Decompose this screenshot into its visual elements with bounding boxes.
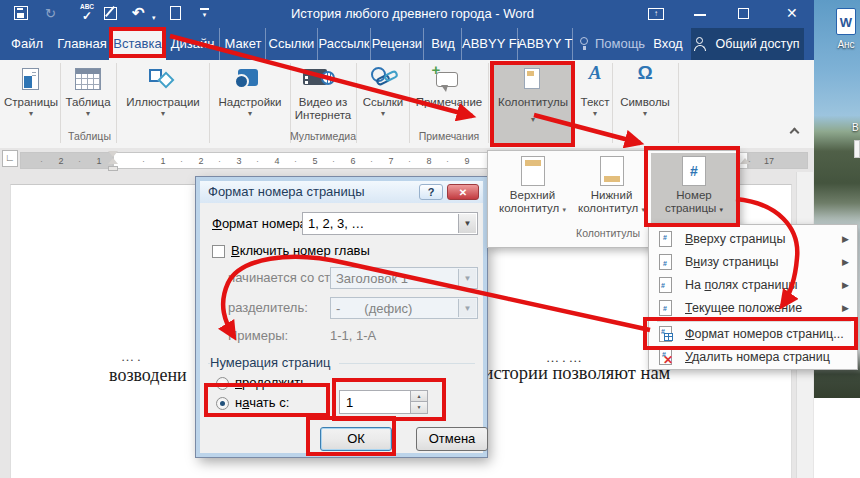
maximize-icon[interactable]: [738, 8, 749, 19]
header-footer-button[interactable]: Колонтитулы▾: [492, 62, 574, 146]
start-at-radio[interactable]: [216, 397, 229, 410]
tab-references[interactable]: Ссылки: [265, 28, 317, 60]
menu-item-page-margins[interactable]: # На полях страницы ▶: [651, 274, 857, 297]
separator-label: разделитель:: [228, 300, 308, 315]
remove-page-numbers-icon: #✕: [659, 349, 672, 365]
menu-item-format-page-numbers[interactable]: # Формат номеров страниц...: [651, 323, 857, 346]
footer-icon: [600, 156, 624, 186]
text-button[interactable]: A Текст▾: [577, 62, 613, 128]
symbols-button[interactable]: Ω Символы▾: [616, 62, 674, 128]
screenshot-root: ↻ ABC ✓ ↶ ▾ ▾ История любого древнего го…: [0, 0, 860, 478]
minimize-icon[interactable]: [694, 14, 706, 16]
links-button[interactable]: Ссылки▾: [359, 62, 407, 128]
page-number-button[interactable]: # Номерстраницы ▾: [651, 153, 737, 227]
menu-separator: [657, 321, 851, 322]
person-shoulders-icon: [694, 45, 706, 51]
document-text-fragment: и истории позволяют нам: [469, 363, 670, 384]
dialog-title-bar[interactable]: Формат номера страницы ? ✕: [200, 181, 483, 203]
ribbon: Страницы▾ Таблица▾ Иллюстрации▾ Надстрой…: [0, 60, 814, 149]
globe-icon: [321, 71, 335, 85]
menu-item-top-of-page[interactable]: # Вверху страницы ▶: [651, 228, 857, 251]
dialog-close-button[interactable]: ✕: [447, 184, 479, 200]
undo-icon[interactable]: ↶: [132, 4, 145, 21]
page-number-margin-icon: #: [659, 277, 672, 293]
submenu-arrow-icon: ▶: [842, 297, 849, 320]
new-document-icon[interactable]: [170, 6, 181, 20]
draft-edit-icon[interactable]: [104, 7, 117, 20]
tab-file[interactable]: Файл: [4, 28, 50, 60]
tab-selector[interactable]: ∟: [2, 150, 18, 167]
number-format-label: Формат номера:: [212, 216, 310, 231]
comment-button[interactable]: + Примечание: [412, 62, 486, 128]
undo-dropdown-icon[interactable]: ▾: [152, 9, 156, 26]
lightbulb-icon: [580, 37, 588, 45]
share-button[interactable]: Общий доступ: [691, 28, 804, 60]
spinner-down-button[interactable]: ▼: [410, 402, 427, 413]
tab-review[interactable]: Рецензи: [370, 28, 423, 60]
start-at-spinner: ▲ ▼: [339, 390, 428, 414]
close-icon[interactable]: ✕: [786, 5, 798, 21]
examples-label: Примеры:: [228, 328, 288, 343]
plus-icon: +: [430, 64, 442, 76]
lightbulb-base-icon: [583, 46, 586, 50]
tab-home[interactable]: Главная: [55, 28, 109, 60]
desktop-icon-label[interactable]: Анс: [832, 39, 860, 50]
tab-insert[interactable]: Вставка: [109, 28, 166, 61]
add-ins-button[interactable]: Надстройки▾: [212, 62, 288, 128]
tab-design[interactable]: Дизайн: [167, 28, 218, 60]
first-line-indent-marker[interactable]: [108, 151, 118, 157]
header-button[interactable]: Верхнийколонтитул ▾: [494, 153, 571, 229]
tab-abbyy-fi[interactable]: ABBYY Fi: [461, 28, 518, 60]
menu-item-current-position[interactable]: # Текущее положение ▶: [651, 297, 857, 320]
tab-mailings[interactable]: Рассылк: [317, 28, 370, 60]
illustrations-button[interactable]: Иллюстрации▾: [119, 62, 207, 128]
table-icon: [75, 68, 101, 90]
repeat-icon[interactable]: ↻: [45, 5, 56, 22]
desktop-icon-label[interactable]: В: [852, 122, 859, 133]
hanging-indent-marker[interactable]: [108, 158, 118, 164]
pages-button[interactable]: Страницы▾: [4, 62, 58, 128]
tab-layout[interactable]: Макет: [219, 28, 266, 60]
include-chapter-checkbox[interactable]: [212, 245, 225, 258]
left-indent-marker[interactable]: [108, 166, 118, 171]
tab-sign-in[interactable]: Вход: [648, 28, 688, 60]
submenu-arrow-icon: ▶: [842, 251, 849, 274]
group-label-tables: Таблицы: [63, 130, 116, 142]
submenu-arrow-icon: ▶: [842, 228, 849, 251]
page-number-icon: #: [682, 156, 706, 186]
title-bar: ↻ ABC ✓ ↶ ▾ ▾ История любого древнего го…: [0, 0, 814, 28]
tab-abbyy-t[interactable]: ABBYY T: [517, 28, 573, 60]
dialog-title: Формат номера страницы: [208, 184, 365, 199]
right-indent-marker[interactable]: [740, 158, 750, 164]
spinner-up-button[interactable]: ▲: [410, 391, 427, 402]
collapse-ribbon-icon[interactable]: [790, 126, 800, 136]
save-icon[interactable]: [14, 6, 28, 20]
continue-radio[interactable]: [216, 377, 229, 390]
menu-item-remove-page-numbers[interactable]: #✕ Удалить номера страниц: [651, 346, 857, 369]
dropdown-arrow-icon[interactable]: ▼: [458, 214, 476, 233]
start-at-input[interactable]: [340, 391, 414, 413]
tab-help[interactable]: Помощь: [576, 28, 648, 60]
word-file-icon[interactable]: W: [836, 8, 856, 35]
document-text-fragment: … .: [121, 349, 141, 365]
ok-button[interactable]: ОК: [320, 427, 392, 451]
table-button[interactable]: Таблица▾: [63, 62, 113, 128]
tab-view[interactable]: Вид: [423, 28, 462, 60]
background-window-fragment: [854, 140, 860, 158]
group-label-multimedia: Мультимедиа: [288, 130, 358, 142]
continue-radio-label: продолжить: [235, 375, 307, 390]
start-at-radio-label: начать с:: [235, 395, 289, 410]
spelling-check-icon[interactable]: ABC ✓: [75, 3, 99, 25]
online-video-button[interactable]: Видео изИнтернета: [293, 62, 353, 128]
ruler-right-margin[interactable]: 17: [748, 152, 808, 169]
menu-item-bottom-of-page[interactable]: # Внизу страницы ▶: [651, 251, 857, 274]
ruler-left-margin[interactable]: 2 1: [20, 152, 113, 169]
submenu-arrow-icon: ▶: [842, 274, 849, 297]
cancel-button[interactable]: Отмена: [416, 427, 488, 451]
ribbon-display-options-icon[interactable]: ↑: [648, 8, 664, 20]
footer-button[interactable]: Нижнийколонтитул ▾: [573, 153, 650, 229]
number-format-select[interactable]: 1, 2, 3, …▼: [302, 212, 478, 235]
chapter-style-select: Заголовок 1▼: [330, 267, 478, 289]
customize-quick-access-icon[interactable]: ▾: [200, 8, 209, 18]
dialog-help-button[interactable]: ?: [419, 184, 443, 200]
